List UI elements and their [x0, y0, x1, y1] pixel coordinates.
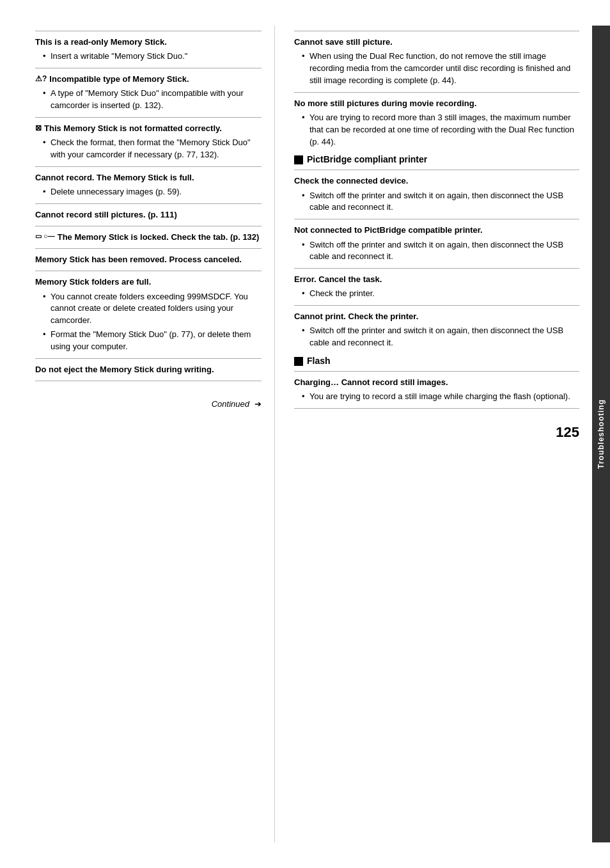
- pictbridge-heading-label: PictBridge compliant printer: [307, 154, 427, 164]
- bullet-list-not-formatted: Check the format, then format the "Memor…: [43, 137, 262, 161]
- pictbridge-heading: PictBridge compliant printer: [294, 154, 579, 164]
- section-check-device: Check the connected device. Switch off t…: [294, 170, 579, 214]
- page-number-area: 125: [294, 414, 579, 441]
- section-title-error-cancel: Error. Cancel the task.: [294, 274, 579, 285]
- continued-label: Continued: [212, 399, 249, 409]
- bullet-list-incompatible: A type of "Memory Stick Duo" incompatibl…: [43, 88, 262, 112]
- continued-arrow: ➔: [254, 399, 262, 409]
- section-title-not-connected: Not connected to PictBridge compatible p…: [294, 225, 579, 236]
- divider: [35, 271, 262, 271]
- section-title-no-more-still: No more still pictures during movie reco…: [294, 98, 579, 109]
- bullet-item: Format the "Memory Stick Duo" (p. 77), o…: [43, 329, 262, 353]
- bullet-list-error-cancel: Check the printer.: [302, 288, 579, 300]
- bullet-item: You are trying to record more than 3 sti…: [302, 112, 579, 148]
- section-cannot-print: Cannot print. Check the printer. Switch …: [294, 305, 579, 349]
- bullet-list-not-connected: Switch off the printer and switch it on …: [302, 239, 579, 264]
- divider: [294, 305, 579, 306]
- bullet-item: A type of "Memory Stick Duo" incompatibl…: [43, 88, 262, 112]
- formatted-icon: ⊠: [35, 123, 42, 134]
- section-cannot-save: Cannot save still picture. When using th…: [294, 31, 579, 87]
- section-title-not-formatted: ⊠ This Memory Stick is not formatted cor…: [35, 123, 262, 134]
- bullet-item: Switch off the printer and switch it on …: [302, 239, 579, 264]
- flash-square-icon: [294, 357, 303, 366]
- page-footer: Continued ➔: [35, 386, 262, 409]
- bullet-item: You are trying to record a still image w…: [302, 391, 579, 403]
- section-full: Cannot record. The Memory Stick is full.…: [35, 166, 262, 198]
- section-title-check-device: Check the connected device.: [294, 175, 579, 187]
- section-title-charging: Charging… Cannot record still images.: [294, 377, 579, 388]
- section-not-connected: Not connected to PictBridge compatible p…: [294, 219, 579, 263]
- divider: [294, 170, 579, 170]
- page: This is a read-only Memory Stick. Insert…: [0, 0, 610, 868]
- divider: [35, 31, 262, 31]
- divider: [294, 219, 579, 219]
- pictbridge-square-icon: [294, 155, 303, 164]
- divider-bottom-left: [35, 381, 262, 381]
- bullet-list-check-device: Switch off the printer and switch it on …: [302, 190, 579, 214]
- section-title-cannot-save: Cannot save still picture.: [294, 36, 579, 48]
- divider: [35, 248, 262, 249]
- section-title-incompatible: ⚠? Incompatible type of Memory Stick.: [35, 74, 262, 85]
- divider: [294, 92, 579, 93]
- bullet-item: When using the Dual Rec function, do not…: [302, 51, 579, 87]
- main-content: This is a read-only Memory Stick. Insert…: [0, 26, 610, 842]
- incompatible-icon: ⚠?: [35, 74, 47, 84]
- bullet-item: Delete unnecessary images (p. 59).: [43, 186, 262, 198]
- left-column: This is a read-only Memory Stick. Insert…: [0, 26, 275, 842]
- section-title-folders-full: Memory Stick folders are full.: [35, 276, 262, 288]
- divider: [35, 117, 262, 118]
- section-cannot-record-still: Cannot record still pictures. (p. 111): [35, 203, 262, 221]
- flash-heading: Flash: [294, 356, 579, 366]
- section-charging: Charging… Cannot record still images. Yo…: [294, 371, 579, 403]
- flash-heading-label: Flash: [307, 356, 331, 366]
- section-title-full: Cannot record. The Memory Stick is full.: [35, 172, 262, 184]
- sidebar-tab: Troubleshooting: [592, 26, 610, 842]
- divider: [294, 31, 579, 31]
- bullet-list-full: Delete unnecessary images (p. 59).: [43, 186, 262, 198]
- bullet-list-charging: You are trying to record a still image w…: [302, 391, 579, 403]
- bullet-list-folders-full: You cannot create folders exceeding 999M…: [43, 291, 262, 353]
- page-number: 125: [556, 424, 579, 441]
- divider: [294, 371, 579, 372]
- bullet-item: Switch off the printer and switch it on …: [302, 190, 579, 214]
- section-title-cannot-print: Cannot print. Check the printer.: [294, 311, 579, 322]
- bullet-item: You cannot create folders exceeding 999M…: [43, 291, 262, 327]
- section-removed: Memory Stick has been removed. Process c…: [35, 248, 262, 265]
- bullet-list-no-more-still: You are trying to record more than 3 sti…: [302, 112, 579, 148]
- section-not-formatted: ⊠ This Memory Stick is not formatted cor…: [35, 117, 262, 161]
- divider: [35, 203, 262, 204]
- section-title-do-not-eject: Do not eject the Memory Stick during wri…: [35, 364, 262, 375]
- section-locked: ▭ ○— The Memory Stick is locked. Check t…: [35, 226, 262, 243]
- section-error-cancel: Error. Cancel the task. Check the printe…: [294, 268, 579, 300]
- divider: [294, 268, 579, 269]
- section-title-locked: ▭ ○— The Memory Stick is locked. Check t…: [35, 232, 262, 243]
- section-incompatible: ⚠? Incompatible type of Memory Stick. A …: [35, 68, 262, 112]
- bullet-item: Check the format, then format the "Memor…: [43, 137, 262, 161]
- section-do-not-eject: Do not eject the Memory Stick during wri…: [35, 358, 262, 375]
- bullet-item: Insert a writable "Memory Stick Duo.": [43, 51, 262, 63]
- divider: [35, 226, 262, 226]
- bullet-list-read-only: Insert a writable "Memory Stick Duo.": [43, 51, 262, 63]
- bullet-list-cannot-save: When using the Dual Rec function, do not…: [302, 51, 579, 87]
- divider: [35, 358, 262, 359]
- section-title-removed: Memory Stick has been removed. Process c…: [35, 254, 262, 265]
- right-column: Cannot save still picture. When using th…: [275, 26, 592, 842]
- divider-bottom-right: [294, 408, 579, 409]
- bullet-item: Switch off the printer and switch it on …: [302, 325, 579, 349]
- bullet-list-cannot-print: Switch off the printer and switch it on …: [302, 325, 579, 349]
- bullet-item: Check the printer.: [302, 288, 579, 300]
- section-no-more-still: No more still pictures during movie reco…: [294, 92, 579, 148]
- section-title-cannot-record-still: Cannot record still pictures. (p. 111): [35, 209, 262, 221]
- section-read-only: This is a read-only Memory Stick. Insert…: [35, 31, 262, 63]
- divider: [35, 166, 262, 167]
- lock-icon: ▭ ○—: [35, 232, 55, 241]
- divider: [35, 68, 262, 68]
- sidebar-label: Troubleshooting: [597, 399, 606, 469]
- section-title-read-only: This is a read-only Memory Stick.: [35, 36, 262, 48]
- section-folders-full: Memory Stick folders are full. You canno…: [35, 271, 262, 352]
